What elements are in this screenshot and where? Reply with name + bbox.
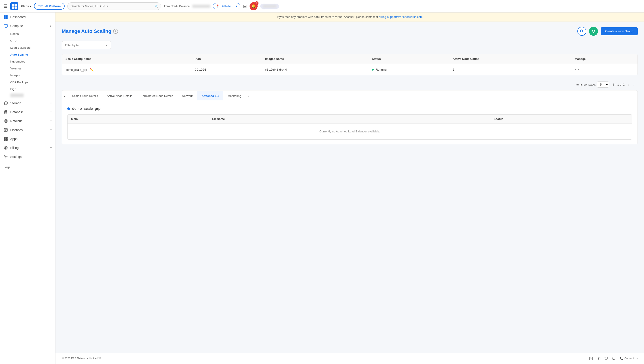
contact-us[interactable]: 📞 Contact Us: [620, 357, 638, 360]
sidebar-item-dashboard[interactable]: Dashboard: [0, 12, 55, 22]
plans-dropdown[interactable]: Plans ▾: [21, 4, 31, 8]
region-selector[interactable]: 📍 Delhi-NCR ▾: [213, 3, 240, 9]
help-icon[interactable]: ?: [113, 29, 118, 34]
row-status: Running: [368, 64, 449, 75]
svg-point-30: [590, 358, 590, 358]
table-container: Scale Group Name Plan Images Name Status…: [62, 54, 637, 75]
sidebar-item-load-balancers[interactable]: Load Balancers: [10, 44, 55, 51]
svg-rect-1: [15, 4, 17, 6]
lb-col-name: LB Name: [209, 114, 491, 123]
sidebar-item-images[interactable]: Images: [10, 72, 55, 79]
sidebar-item-auto-scaling[interactable]: Auto Scaling: [10, 51, 55, 58]
sidebar-item-licenses[interactable]: Licenses ▾: [0, 126, 55, 134]
edit-icon[interactable]: ✏️: [90, 68, 93, 72]
sidebar-item-nodes[interactable]: Nodes: [10, 30, 55, 37]
sidebar-item-database[interactable]: Database ▾: [0, 108, 55, 116]
items-per-page: Items per page: 5 10 20: [576, 82, 609, 88]
sidebar-item-blurred[interactable]: [10, 94, 24, 97]
banner-text: If you face any problem with bank-transf…: [277, 15, 379, 18]
svg-rect-7: [6, 17, 8, 19]
search-input[interactable]: [67, 2, 161, 10]
main-layout: Dashboard Compute ▲ Nodes GPU Load Balan…: [0, 12, 644, 364]
col-images: Images Name: [262, 54, 368, 64]
tab-network[interactable]: Network: [177, 91, 197, 102]
sidebar-item-apps[interactable]: Apps: [0, 134, 55, 143]
tab-monitoring[interactable]: Monitoring: [223, 91, 246, 102]
detail-tabs-container: ‹ Scale Group Details Active Node Detail…: [62, 90, 638, 102]
table-row: demo_scale_grp ✏️ C2.12GB c2-12gb-1-disk…: [62, 64, 637, 75]
svg-rect-3: [15, 6, 17, 9]
refresh-button[interactable]: [589, 27, 598, 36]
sidebar-item-network[interactable]: Network ▾: [0, 116, 55, 126]
linkedin-icon[interactable]: [588, 356, 593, 361]
lb-col-sno: S No.: [68, 114, 209, 123]
sidebar-item-eqs[interactable]: EQS: [10, 86, 55, 93]
twitter-icon[interactable]: [604, 356, 609, 361]
col-node-count: Active Node Count: [449, 54, 571, 64]
auto-scaling-table: Scale Group Name Plan Images Name Status…: [62, 54, 637, 75]
lb-col-status: Status: [491, 114, 632, 123]
svg-rect-20: [4, 137, 6, 139]
svg-point-32: [612, 359, 613, 360]
sidebar-item-settings[interactable]: Settings: [0, 152, 55, 161]
storage-icon: [4, 101, 8, 106]
row-image: c2-12gb-1-disk-0: [262, 64, 368, 75]
grid-icon[interactable]: ⊞: [243, 4, 247, 9]
pagination-prev-button[interactable]: ‹: [626, 82, 630, 88]
tab-active-node-details[interactable]: Active Node Details: [102, 91, 137, 102]
filter-placeholder: Filter by tag: [65, 44, 80, 47]
licenses-icon: [4, 128, 8, 132]
col-plan: Plan: [191, 54, 262, 64]
pagination-range: 1 – 1 of 1: [612, 83, 624, 86]
storage-chevron-icon: ▾: [50, 102, 52, 105]
sidebar-item-kubernetes[interactable]: Kubernetes: [10, 58, 55, 65]
filter-by-tag-select[interactable]: Filter by tag ▾: [62, 41, 111, 49]
tab-terminated-node-details[interactable]: Terminated Node Details: [137, 91, 177, 102]
apps-icon: [4, 137, 8, 141]
svg-rect-21: [6, 137, 8, 139]
tabs-prev-arrow[interactable]: ‹: [62, 90, 68, 102]
pagination: Items per page: 5 10 20 1 – 1 of 1 ‹ ›: [62, 79, 638, 90]
lb-empty-message: Currently no Attached Load Balancer avai…: [68, 124, 632, 139]
scale-group-table: Scale Group Name Plan Images Name Status…: [62, 54, 638, 75]
tabs-next-arrow[interactable]: ›: [246, 90, 251, 102]
compute-chevron-icon: ▲: [49, 24, 52, 28]
tab-attached-lb[interactable]: Attached LB: [197, 91, 223, 102]
sidebar-item-cdp-backups[interactable]: CDP Backups: [10, 79, 55, 86]
licenses-chevron-icon: ▾: [50, 128, 52, 132]
region-label: Delhi-NCR: [221, 4, 235, 8]
sidebar-item-compute[interactable]: Compute ▲: [0, 22, 55, 30]
apps-label: Apps: [10, 137, 18, 141]
notification-bell-wrap: 🔔 1: [250, 2, 258, 10]
row-manage: ···: [571, 64, 637, 75]
row-name: demo_scale_grp ✏️: [62, 64, 191, 75]
search-button[interactable]: [577, 27, 586, 36]
rss-icon[interactable]: [611, 356, 616, 361]
sidebar-item-legal[interactable]: Legal: [0, 163, 55, 171]
banner-email[interactable]: billing-support@e2enetworks.com: [379, 15, 423, 18]
more-options-icon[interactable]: ···: [575, 67, 580, 72]
plans-label: Plans: [21, 4, 29, 8]
user-menu[interactable]: [260, 4, 279, 9]
hamburger-icon[interactable]: ☰: [4, 4, 8, 9]
sidebar-item-storage[interactable]: Storage ▾: [0, 99, 55, 108]
user-name: [263, 5, 276, 8]
items-per-page-select[interactable]: 5 10 20: [597, 82, 609, 88]
facebook-icon[interactable]: [596, 356, 601, 361]
create-group-button[interactable]: Create a new Group: [601, 27, 638, 35]
settings-label: Settings: [10, 155, 22, 158]
svg-rect-0: [12, 4, 14, 6]
sidebar-item-volumes[interactable]: Volumes: [10, 65, 55, 72]
sidebar-item-billing[interactable]: Billing ▾: [0, 143, 55, 152]
tab-scale-group-details[interactable]: Scale Group Details: [68, 91, 102, 102]
credit-value: [192, 5, 210, 8]
dashboard-label: Dashboard: [10, 15, 26, 19]
svg-rect-4: [4, 15, 6, 17]
items-per-page-label: Items per page:: [576, 83, 596, 86]
lb-table-card: S No. LB Name Status Currently no Attach…: [67, 114, 632, 140]
product-button[interactable]: TIR - AI Platform: [34, 3, 65, 10]
credit-balance: Infra Credit Balance:: [164, 4, 210, 8]
pagination-next-button[interactable]: ›: [632, 82, 636, 88]
compute-label: Compute: [10, 24, 23, 28]
sidebar-item-gpu[interactable]: GPU: [10, 37, 55, 44]
